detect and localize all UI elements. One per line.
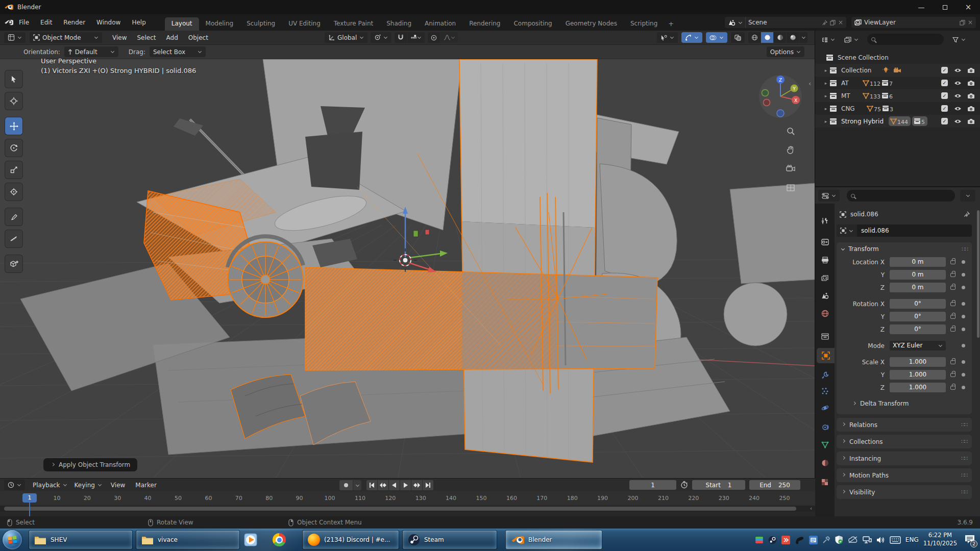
rotation-mode-dropdown[interactable]: XYZ Euler: [890, 341, 946, 350]
location-z-field[interactable]: 0 m: [890, 283, 946, 292]
scene-selector[interactable]: Scene ×: [725, 17, 846, 28]
rotation-y-field[interactable]: 0°: [890, 312, 946, 321]
outliner-row-at[interactable]: ▸ AT 112 7 ✓: [815, 77, 980, 89]
timeline-scrollbar[interactable]: ‹: [0, 506, 815, 512]
hide-eye-icon[interactable]: [954, 81, 962, 86]
tray-speaker-icon[interactable]: [795, 536, 804, 544]
outliner-row-mt[interactable]: ▸ MT 133 6 ✓: [815, 89, 980, 102]
object-name-field[interactable]: solid.086: [857, 224, 972, 237]
properties-options-dropdown[interactable]: [960, 190, 975, 202]
drag-grip-icon[interactable]: ∷∷: [961, 421, 967, 428]
scale-x-field[interactable]: 1.000: [890, 357, 946, 367]
app-menu-button[interactable]: [0, 19, 13, 26]
lock-icon[interactable]: [950, 386, 955, 390]
drag-grip-icon[interactable]: ∷∷: [961, 489, 967, 495]
taskbar-item-discord-firefox[interactable]: (2134) Discord | #e...: [302, 530, 399, 549]
start-button[interactable]: [3, 530, 22, 549]
tray-tool-icon[interactable]: [822, 536, 830, 544]
jump-to-end-button[interactable]: [423, 480, 433, 490]
exclude-checkbox[interactable]: ✓: [941, 67, 948, 73]
prev-keyframe-button[interactable]: [378, 480, 388, 490]
timeline-view-menu[interactable]: View: [106, 480, 130, 491]
tab-shading[interactable]: Shading: [380, 17, 418, 31]
tray-volume-icon[interactable]: [876, 536, 885, 544]
add-workspace-button[interactable]: +: [664, 17, 678, 31]
animate-dot[interactable]: [962, 286, 965, 289]
keying-menu[interactable]: Keying: [71, 480, 106, 490]
location-y-field[interactable]: 0 m: [890, 270, 946, 280]
scrollbar-arrow-icon[interactable]: ‹: [810, 506, 812, 511]
lock-icon[interactable]: [950, 286, 955, 290]
properties-search-input[interactable]: [847, 190, 955, 202]
hide-eye-icon[interactable]: [954, 93, 962, 98]
copy-icon[interactable]: [830, 20, 836, 26]
playback-menu[interactable]: Playback: [29, 480, 71, 490]
auto-keying-toggle[interactable]: [339, 480, 353, 490]
remove-icon[interactable]: ×: [968, 19, 973, 26]
tab-modifiers[interactable]: [815, 367, 835, 383]
tab-tool[interactable]: [815, 213, 835, 228]
tab-collection[interactable]: [815, 329, 835, 344]
tab-output[interactable]: [815, 252, 835, 267]
menu-help[interactable]: Help: [126, 17, 151, 28]
animate-dot[interactable]: [962, 344, 965, 347]
location-x-field[interactable]: 0 m: [890, 257, 946, 267]
shading-rendered-button[interactable]: [787, 32, 799, 43]
rotation-x-field[interactable]: 0°: [890, 299, 946, 309]
scale-z-field[interactable]: 1.000: [890, 383, 946, 392]
hide-eye-icon[interactable]: [954, 106, 962, 111]
tab-animation[interactable]: Animation: [418, 17, 462, 31]
shading-wireframe-button[interactable]: [748, 32, 761, 43]
taskbar-item-blender[interactable]: Blender: [505, 530, 602, 549]
menu-window[interactable]: Window: [91, 17, 126, 28]
menu-render[interactable]: Render: [58, 17, 91, 28]
drag-grip-icon[interactable]: ∷∷: [962, 246, 968, 253]
tray-network-icon[interactable]: [863, 536, 872, 544]
outliner-row-cng[interactable]: ▸ CNG 75 3 ✓: [815, 102, 980, 115]
end-frame-field[interactable]: End250: [749, 480, 800, 490]
tray-defender-icon[interactable]: [835, 535, 843, 544]
notification-center-button[interactable]: 2: [965, 535, 975, 545]
start-frame-field[interactable]: Start1: [692, 480, 745, 490]
filter-display-dropdown[interactable]: [841, 34, 863, 45]
rotate-tool[interactable]: [5, 139, 22, 157]
xray-toggle[interactable]: [731, 32, 745, 43]
menu-view[interactable]: View: [107, 32, 132, 43]
taskbar-item-steam[interactable]: Steam: [402, 530, 497, 549]
tab-geometry-nodes[interactable]: Geometry Nodes: [559, 17, 624, 31]
minimize-button[interactable]: —: [910, 0, 933, 14]
filter-dropdown[interactable]: [949, 34, 971, 45]
nav-gizmo[interactable]: Z X Y: [757, 73, 804, 120]
cursor-tool[interactable]: [5, 92, 22, 110]
tray-clock[interactable]: 6:22 PM 11/10/2025: [923, 532, 957, 547]
tab-world[interactable]: [815, 306, 835, 321]
tab-compositing[interactable]: Compositing: [507, 17, 558, 31]
view-layer-selector[interactable]: ViewLayer ×: [851, 17, 976, 28]
annotate-tool[interactable]: [5, 208, 22, 226]
animate-dot[interactable]: [962, 260, 965, 264]
proportional-editing-toggle[interactable]: [428, 32, 440, 43]
display-mode-dropdown[interactable]: [818, 34, 839, 45]
section-motion-paths[interactable]: Motion Paths∷∷: [837, 468, 972, 482]
tray-keyboard-icon[interactable]: [890, 536, 901, 544]
hide-eye-icon[interactable]: [954, 68, 962, 73]
select-box-tool[interactable]: [5, 70, 22, 88]
menu-file[interactable]: File: [13, 17, 35, 28]
tab-texture[interactable]: [815, 474, 835, 490]
tab-object-data[interactable]: [815, 437, 835, 453]
disable-render-camera-icon[interactable]: [967, 118, 975, 124]
taskbar-item-vivace[interactable]: vivace: [136, 530, 240, 549]
drag-mode-dropdown[interactable]: Select Box: [150, 46, 206, 57]
section-collections[interactable]: Collections∷∷: [837, 435, 972, 448]
tray-red-app-icon[interactable]: [781, 536, 790, 544]
snap-toggle[interactable]: [395, 32, 407, 43]
axis-y-label[interactable]: Y: [792, 86, 796, 91]
lock-icon[interactable]: [950, 373, 955, 377]
shading-material-button[interactable]: [774, 32, 786, 43]
show-gizmo-toggle[interactable]: [681, 32, 702, 43]
outliner-row-strong-hybrid[interactable]: ▸ Strong Hybrid 144 5 ✓: [815, 115, 980, 128]
use-preview-range-icon[interactable]: [680, 481, 688, 489]
add-cube-tool[interactable]: [5, 255, 22, 272]
menu-edit[interactable]: Edit: [35, 17, 58, 28]
drag-grip-icon[interactable]: ∷∷: [961, 472, 967, 479]
